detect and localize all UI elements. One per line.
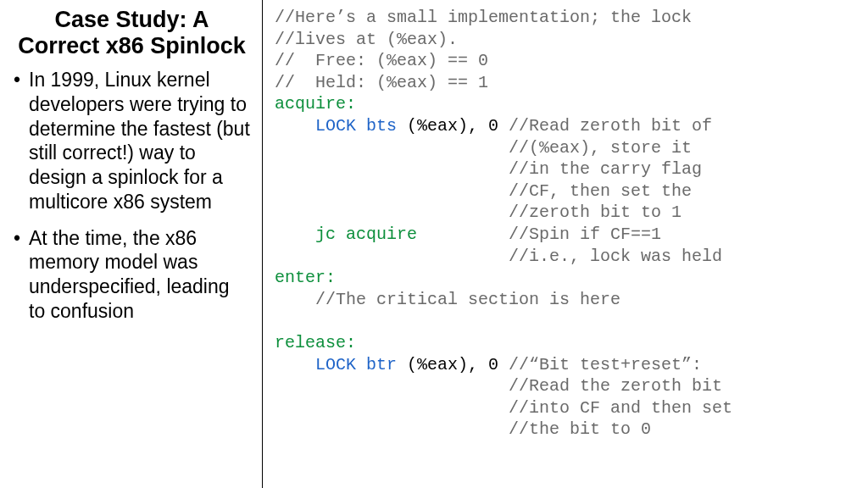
code-instruction: bts	[356, 116, 397, 136]
code-comment: //The critical section is here	[315, 290, 620, 309]
code-comment: //zeroth bit to 1	[509, 202, 682, 222]
code-comment: // Held: (%eax) == 1	[275, 73, 488, 92]
code-keyword: LOCK	[315, 355, 356, 374]
code-label: enter:	[275, 268, 336, 287]
code-comment: //into CF and then set	[509, 398, 732, 418]
code-block: //Here’s a small implementation; the loc…	[275, 7, 860, 441]
code-instruction: btr	[356, 355, 397, 374]
slide-title: Case Study: A Correct x86 Spinlock	[14, 7, 250, 59]
code-comment: // Free: (%eax) == 0	[275, 51, 488, 70]
code-keyword: LOCK	[315, 116, 356, 136]
left-column: Case Study: A Correct x86 Spinlock In 19…	[0, 0, 263, 488]
code-comment: //in the carry flag	[509, 159, 702, 179]
slide: Case Study: A Correct x86 Spinlock In 19…	[0, 0, 868, 488]
code-comment: //Read zeroth bit of	[509, 116, 712, 136]
code-comment: //Read the zeroth bit	[509, 376, 722, 396]
code-comment: //(%eax), store it	[509, 138, 692, 158]
bullet-item: At the time, the x86 memory model was un…	[14, 226, 250, 324]
right-column: //Here’s a small implementation; the loc…	[263, 0, 868, 488]
bullet-item: In 1999, Linux kernel developers were tr…	[14, 68, 250, 214]
code-comment: //CF, then set the	[509, 181, 692, 201]
code-label: acquire:	[275, 94, 356, 114]
code-comment: //Here’s a small implementation; the loc…	[275, 8, 692, 27]
code-jump: jc acquire	[315, 225, 417, 244]
bullet-list: In 1999, Linux kernel developers were tr…	[14, 68, 250, 324]
code-comment: //“Bit test+reset”:	[509, 355, 702, 374]
code-comment: //Spin if CF==1	[509, 225, 661, 244]
code-comment: //the bit to 0	[509, 419, 651, 439]
code-label: release:	[275, 333, 356, 352]
code-comment: //i.e., lock was held	[509, 247, 722, 266]
code-comment: //lives at (%eax).	[275, 30, 458, 49]
